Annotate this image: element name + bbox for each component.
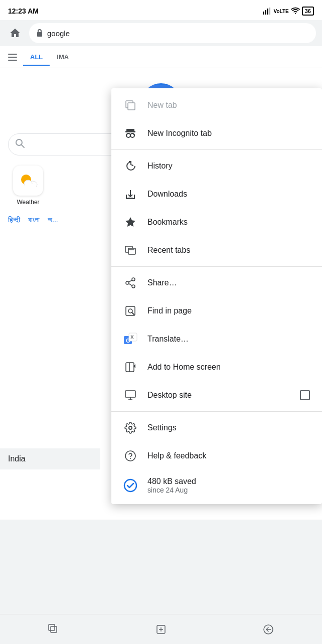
svg-point-12 <box>24 184 36 190</box>
add-to-home-icon <box>123 360 137 374</box>
status-time: 12:23 AM <box>8 7 39 15</box>
help-icon <box>123 449 137 463</box>
svg-point-25 <box>126 281 129 284</box>
settings-svg <box>124 422 136 434</box>
back-icon <box>263 624 274 635</box>
desktop-site-icon <box>123 388 137 402</box>
share-nav-icon <box>155 624 167 635</box>
divider-2 <box>111 266 322 267</box>
savings-main: 480 kB saved <box>147 477 196 486</box>
tab-bar: ALL IMA <box>0 46 322 68</box>
nav-back-button[interactable] <box>256 617 280 641</box>
browser-chrome: google <box>0 20 322 46</box>
new-tab-label: New tab <box>147 101 310 110</box>
svg-point-44 <box>124 479 136 492</box>
recent-tabs-label: Recent tabs <box>147 246 310 255</box>
savings-sub: since 24 Aug <box>147 486 196 494</box>
weather-icon <box>13 166 43 196</box>
tab-images[interactable]: IMA <box>50 48 76 66</box>
svg-point-26 <box>132 285 135 288</box>
newtab-svg <box>125 100 136 111</box>
menu-item-recent-tabs[interactable]: Recent tabs <box>111 236 322 264</box>
india-text: India <box>0 448 100 469</box>
tabs-icon <box>48 624 59 635</box>
translate-svg: G X <box>124 333 137 345</box>
menu-item-find[interactable]: Find in page <box>111 297 322 325</box>
downloads-svg <box>124 188 136 200</box>
svg-marker-20 <box>125 217 135 227</box>
menu-item-help[interactable]: Help & feedback <box>111 442 322 470</box>
nav-tabs-button[interactable] <box>42 617 66 641</box>
menu-item-history[interactable]: History <box>111 152 322 180</box>
menu-item-add-to-home[interactable]: Add to Home screen <box>111 353 322 381</box>
tab-all[interactable]: ALL <box>23 48 50 66</box>
wifi-icon <box>291 8 300 15</box>
lock-icon <box>36 29 43 38</box>
downloads-icon <box>123 187 137 201</box>
history-svg <box>124 160 136 172</box>
savings-svg <box>123 478 137 493</box>
svg-rect-38 <box>125 391 135 397</box>
svg-point-42 <box>125 451 135 461</box>
menu-item-translate[interactable]: G X Translate… <box>111 325 322 353</box>
main-content: Weather हिन्दी বাংলা অ... India Sett New… <box>0 68 322 520</box>
desktop-site-checkbox[interactable] <box>300 390 310 400</box>
menu-item-settings[interactable]: Settings <box>111 414 322 442</box>
signal-icon <box>263 8 272 15</box>
share-icon <box>123 276 137 290</box>
savings-text: 480 kB saved since 24 Aug <box>147 477 196 494</box>
svg-line-27 <box>129 280 132 282</box>
hamburger-menu[interactable] <box>8 54 17 61</box>
recent-tabs-icon <box>123 243 137 257</box>
menu-item-desktop-site[interactable]: Desktop site <box>111 381 322 409</box>
lang-bengali[interactable]: বাংলা <box>28 216 40 224</box>
menu-item-new-tab[interactable]: New tab <box>111 91 322 119</box>
incognito-icon <box>123 126 137 140</box>
menu-item-downloads[interactable]: Downloads <box>111 180 322 208</box>
home-icon <box>9 27 21 39</box>
weather-shortcut[interactable]: Weather <box>8 166 48 206</box>
svg-rect-22 <box>128 248 135 254</box>
find-label: Find in page <box>147 306 310 315</box>
lang-hindi[interactable]: हिन्दी <box>8 216 20 224</box>
svg-line-28 <box>129 283 132 285</box>
svg-point-18 <box>130 133 134 137</box>
settings-icon <box>123 421 137 435</box>
nav-share-button[interactable] <box>149 617 173 641</box>
bookmarks-svg <box>124 216 136 228</box>
bookmarks-label: Bookmarks <box>147 218 310 227</box>
address-bar[interactable]: google <box>29 23 316 43</box>
status-icons: VoLTE 36 <box>263 7 314 16</box>
svg-rect-0 <box>263 12 264 15</box>
bookmarks-icon <box>123 215 137 229</box>
home-button[interactable] <box>6 24 24 42</box>
incognito-svg <box>124 128 137 139</box>
incognito-label: New Incognito tab <box>147 129 310 138</box>
menu-item-share[interactable]: Share… <box>111 269 322 297</box>
lang-other[interactable]: অ... <box>48 216 58 224</box>
translate-icon: G X <box>123 332 137 346</box>
find-icon <box>123 304 137 318</box>
desktop-site-label: Desktop site <box>147 391 290 400</box>
weather-svg <box>17 171 39 191</box>
add-to-home-svg <box>124 361 136 373</box>
share-svg <box>124 277 136 289</box>
status-bar: 12:23 AM VoLTE 36 <box>0 0 322 20</box>
search-icon <box>16 139 25 150</box>
volte-icon: VoLTE <box>274 9 289 14</box>
help-label: Help & feedback <box>147 451 310 460</box>
battery-icon: 36 <box>302 7 314 16</box>
svg-rect-46 <box>51 626 57 632</box>
svg-rect-16 <box>125 131 135 132</box>
address-text: google <box>47 29 70 38</box>
menu-item-incognito[interactable]: New Incognito tab <box>111 119 322 147</box>
svg-rect-3 <box>269 8 270 15</box>
lock-svg <box>36 29 43 37</box>
menu-item-bookmarks[interactable]: Bookmarks <box>111 208 322 236</box>
savings-item: 480 kB saved since 24 Aug <box>111 470 322 501</box>
svg-rect-1 <box>265 10 266 15</box>
help-svg <box>124 450 136 462</box>
downloads-label: Downloads <box>147 190 310 199</box>
svg-line-31 <box>132 312 134 314</box>
weather-label: Weather <box>17 199 39 206</box>
